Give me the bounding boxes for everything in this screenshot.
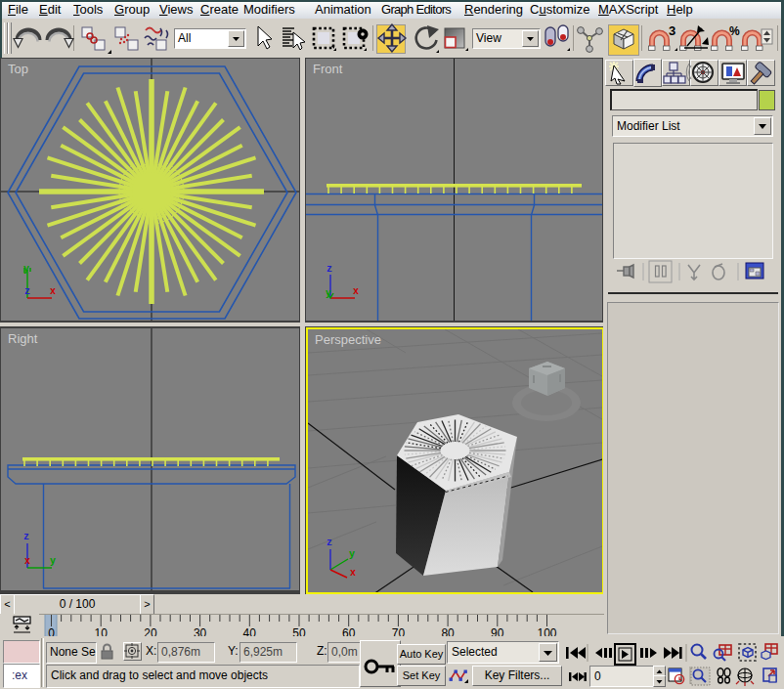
svg-text:y: y	[349, 549, 355, 560]
svg-text:y: y	[23, 264, 29, 275]
svg-text:Top: Top	[8, 62, 28, 76]
svg-text:z: z	[23, 532, 29, 542]
svg-text:Right: Right	[8, 331, 38, 346]
svg-text:z: z	[327, 538, 332, 548]
svg-text:Perspective: Perspective	[315, 332, 381, 347]
svg-text:x: x	[350, 568, 356, 579]
svg-text:3: 3	[669, 23, 675, 38]
svg-text:%: %	[729, 24, 740, 38]
svg-text:y: y	[50, 556, 56, 567]
svg-text:y: y	[326, 288, 331, 299]
svg-text:z: z	[24, 286, 30, 297]
svg-text:z: z	[327, 264, 332, 275]
svg-text:x: x	[353, 286, 359, 297]
svg-text:x: x	[24, 556, 30, 567]
svg-text:x: x	[50, 286, 56, 297]
svg-text:Front: Front	[313, 62, 343, 76]
